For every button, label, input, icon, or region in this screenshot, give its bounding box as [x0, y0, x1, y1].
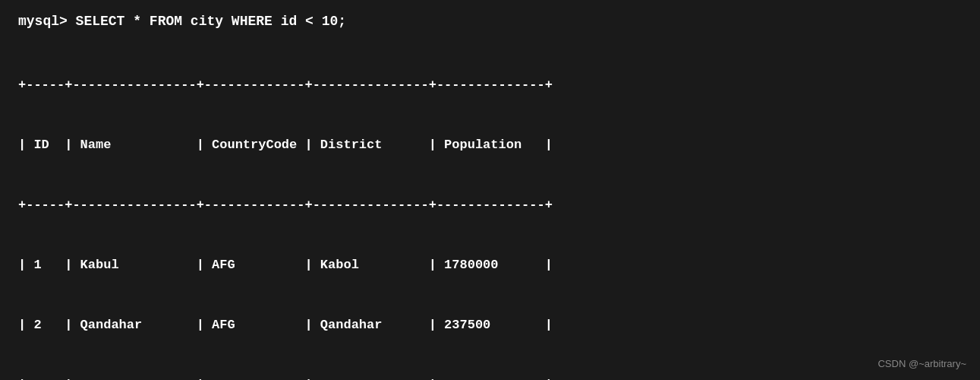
watermark: CSDN @~arbitrary~	[878, 358, 966, 369]
separator-top: +-----+----------------+-------------+--…	[18, 75, 962, 95]
table-row: | 1 | Kabul | AFG | Kabol | 1780000 |	[18, 255, 962, 275]
terminal-content: mysql> SELECT * FROM city WHERE id < 10;…	[18, 14, 962, 380]
table-row: | 2 | Qandahar | AFG | Qandahar | 237500…	[18, 315, 962, 335]
table-header: | ID | Name | CountryCode | District | P…	[18, 135, 962, 155]
query-line: mysql> SELECT * FROM city WHERE id < 10;	[18, 14, 962, 29]
separator-header: +-----+----------------+-------------+--…	[18, 195, 962, 215]
table-row: | 3 | Herat | AFG | Herat | 186800 |	[18, 375, 962, 380]
table-container: +-----+----------------+-------------+--…	[18, 35, 962, 380]
